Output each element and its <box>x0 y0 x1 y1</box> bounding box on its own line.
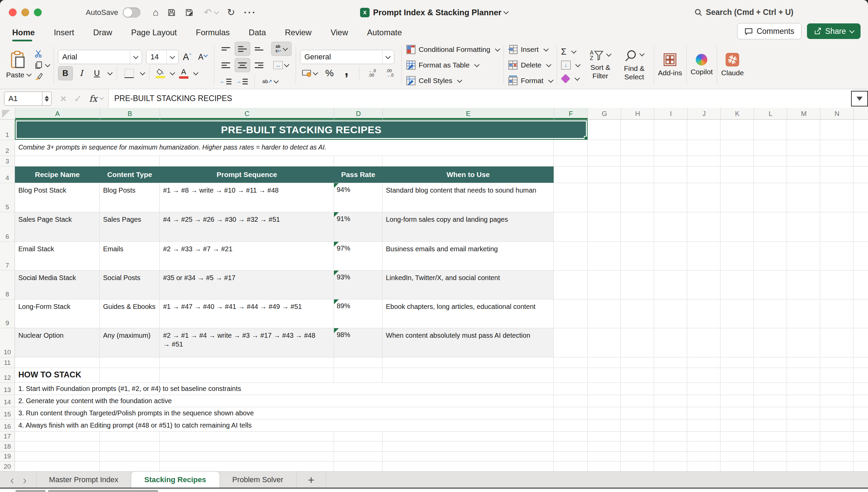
cell-L[interactable] <box>754 140 787 156</box>
cell-A8[interactable]: Social Media Stack <box>15 271 100 299</box>
cell-J17[interactable] <box>687 432 721 441</box>
cell-K[interactable] <box>721 407 754 419</box>
save-icon[interactable] <box>167 8 176 17</box>
zoom-window-button[interactable] <box>34 8 42 16</box>
cell-L[interactable] <box>754 242 787 270</box>
cell-partial[interactable] <box>853 212 868 241</box>
cell-K[interactable] <box>721 140 754 156</box>
claude-button[interactable]: Claude <box>721 53 744 77</box>
cell-N3[interactable] <box>820 156 853 166</box>
cell-D12[interactable] <box>334 368 382 382</box>
wrap-text-button[interactable]: abc↩ <box>271 42 292 56</box>
font-name-select[interactable]: Arial <box>58 50 142 64</box>
cell-C5[interactable]: #1 → #8 → write → #10 → #11 → #48 <box>160 183 334 212</box>
column-header-N[interactable]: N <box>821 108 854 119</box>
cell-partial[interactable] <box>853 368 868 382</box>
column-header-B[interactable]: B <box>100 108 160 119</box>
horizontal-scrollbar-thumb[interactable] <box>48 490 158 492</box>
cell-E7[interactable]: Business emails and email marketing <box>382 242 554 270</box>
cell-N[interactable] <box>820 120 853 140</box>
cell-H[interactable] <box>621 419 654 431</box>
cell-E3[interactable] <box>382 156 554 166</box>
cell-I20[interactable] <box>654 461 687 471</box>
name-box-stepper[interactable] <box>42 92 51 105</box>
banner-cell-A1[interactable]: PRE-BUILT STACKING RECIPES <box>15 120 588 140</box>
cell-F[interactable] <box>554 140 588 156</box>
cell-partial[interactable] <box>853 242 868 270</box>
ribbon-tab-view[interactable]: View <box>321 26 358 41</box>
cell-L[interactable] <box>754 120 787 140</box>
cell-F[interactable] <box>554 299 588 328</box>
cell-E11[interactable] <box>382 357 554 368</box>
cell-J3[interactable] <box>687 156 721 166</box>
cell-D11[interactable] <box>334 357 382 368</box>
cell-F[interactable] <box>554 166 588 183</box>
cell-I18[interactable] <box>654 441 687 451</box>
underline-chevron-icon[interactable] <box>107 70 113 75</box>
wrap-text-chevron-icon[interactable] <box>282 45 288 51</box>
column-header-G[interactable]: G <box>588 108 621 119</box>
cell-M[interactable] <box>787 407 820 419</box>
font-size-select[interactable]: 14 <box>146 50 179 64</box>
cell-M[interactable] <box>787 271 820 299</box>
cell-B18[interactable] <box>100 441 160 451</box>
cell-I12[interactable] <box>654 368 687 382</box>
cell-K20[interactable] <box>721 461 754 471</box>
cell-I[interactable] <box>654 212 687 241</box>
table-header-B4[interactable]: Content Type <box>100 166 160 183</box>
cell-L[interactable] <box>754 407 787 419</box>
cell-C17[interactable] <box>160 432 334 441</box>
cell-G[interactable] <box>588 407 621 419</box>
cell-F3[interactable] <box>554 156 588 166</box>
cell-J[interactable] <box>687 383 721 395</box>
step-cell[interactable]: 1. Start with Foundation prompts (#1, #2… <box>15 383 554 395</box>
cell-partial[interactable] <box>853 271 868 299</box>
cell-H18[interactable] <box>621 441 654 451</box>
cell-G[interactable] <box>588 140 621 156</box>
cell-I[interactable] <box>654 299 687 328</box>
cell-E12[interactable] <box>382 368 554 382</box>
cell-M12[interactable] <box>787 368 820 382</box>
more-commands-icon[interactable]: ··· <box>244 8 256 17</box>
cell-L[interactable] <box>754 212 787 241</box>
cell-partial[interactable] <box>853 395 868 407</box>
row-header-1[interactable]: 1 <box>0 120 15 140</box>
cell-J[interactable] <box>687 395 721 407</box>
title-dropdown-chevron-icon[interactable] <box>504 9 509 15</box>
cell-J20[interactable] <box>687 461 721 471</box>
column-header-H[interactable]: H <box>621 108 654 119</box>
cell-B11[interactable] <box>100 357 160 368</box>
cell-N12[interactable] <box>820 368 853 382</box>
cell-partial[interactable] <box>853 299 868 328</box>
autosum-chevron-icon[interactable] <box>571 48 576 54</box>
cell-G17[interactable] <box>588 432 621 441</box>
cell-H[interactable] <box>621 299 654 328</box>
cell-H11[interactable] <box>621 357 654 368</box>
cell-D8[interactable]: 93% <box>334 271 382 299</box>
cell-H20[interactable] <box>621 461 654 471</box>
cell-N[interactable] <box>820 395 853 407</box>
cell-N[interactable] <box>820 140 853 156</box>
cell-K[interactable] <box>721 120 754 140</box>
cell-L17[interactable] <box>754 432 787 441</box>
cell-J19[interactable] <box>687 452 721 461</box>
cell-M20[interactable] <box>787 461 820 471</box>
minimize-window-button[interactable] <box>21 8 29 16</box>
row-header-16[interactable]: 16 <box>0 419 15 431</box>
cell-G[interactable] <box>588 395 621 407</box>
cell-B10[interactable]: Any (maximum) <box>100 328 160 357</box>
column-header-I[interactable]: I <box>654 108 688 119</box>
row-header-18[interactable]: 18 <box>0 441 15 451</box>
row-header-6[interactable]: 6 <box>0 212 15 241</box>
cell-partial[interactable] <box>853 156 868 166</box>
cell-G[interactable] <box>588 212 621 241</box>
cell-C9[interactable]: #1 → #47 → #40 → #41 → #44 → #49 → #51 <box>160 299 334 328</box>
cell-K[interactable] <box>721 271 754 299</box>
cell-E5[interactable]: Standard blog content that needs to soun… <box>382 183 554 212</box>
cell-I[interactable] <box>654 140 687 156</box>
cell-K[interactable] <box>721 166 754 183</box>
cell-B6[interactable]: Sales Pages <box>100 212 160 241</box>
cell-K17[interactable] <box>721 432 754 441</box>
autosave-toggle[interactable] <box>123 7 140 18</box>
cell-N[interactable] <box>820 212 853 241</box>
